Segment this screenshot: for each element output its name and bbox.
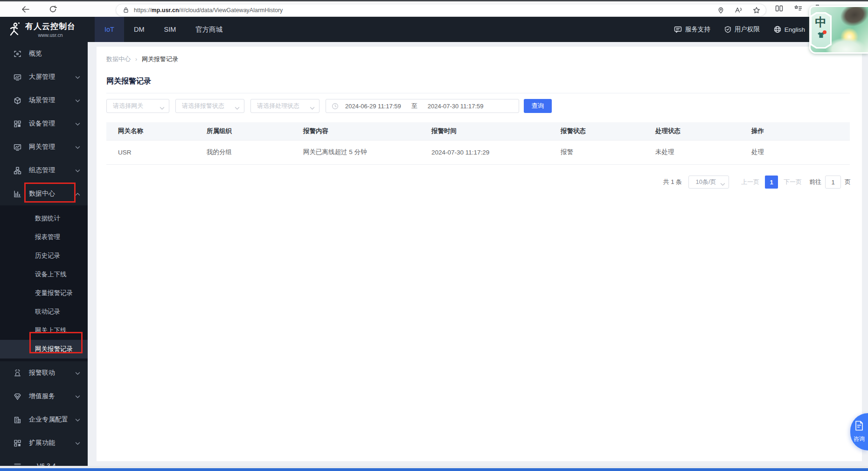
- sidebar-item-history-records[interactable]: 历史记录: [0, 246, 88, 265]
- browser-refresh-icon[interactable]: [46, 3, 60, 15]
- sidebar-item-label: 设备管理: [29, 120, 55, 128]
- goto-page-input[interactable]: [825, 176, 841, 189]
- sidebar-item-label: 扩展功能: [29, 439, 55, 447]
- chevron-down-icon: [75, 393, 80, 400]
- page-size-value: 10条/页: [695, 178, 716, 186]
- prev-page-button[interactable]: 上一页: [741, 178, 759, 186]
- split-screen-icon[interactable]: [775, 5, 783, 12]
- sidebar-item-value-added-service[interactable]: 增值服务: [0, 385, 88, 408]
- chat-icon: [674, 26, 682, 33]
- date-separator: 至: [411, 102, 417, 110]
- column-alarm-content: 报警内容: [292, 122, 420, 140]
- scene-icon: [13, 96, 21, 105]
- language-label: English: [785, 26, 805, 33]
- filter-bar: 请选择网关 请选择报警状态 请选择处理状态 2024-06-29 11:17:5…: [106, 99, 552, 113]
- language-switch-button[interactable]: English: [774, 26, 805, 33]
- taskbar-edge: [0, 468, 868, 471]
- gateway-icon: [13, 143, 21, 151]
- browser-toolbar: https://mp.usr.cn/#/cloud/data/ViewGatew…: [0, 1, 868, 17]
- chevron-up-icon: [75, 190, 80, 197]
- handle-action-link[interactable]: 处理: [740, 140, 850, 164]
- next-page-button[interactable]: 下一页: [784, 178, 802, 186]
- browser-address-bar[interactable]: https://mp.usr.cn/#/cloud/data/ViewGatew…: [116, 4, 766, 16]
- alarm-state-select[interactable]: 请选择报警状态: [175, 99, 244, 113]
- sidebar-item-label: 报警联动: [29, 369, 55, 377]
- user-permission-button[interactable]: 用户权限: [724, 25, 760, 34]
- sidebar-item-data-statistics[interactable]: 数据统计: [0, 209, 88, 228]
- chevron-down-icon: [75, 369, 80, 377]
- configuration-icon: [13, 166, 21, 175]
- app-subtitle: www.usr.cn: [38, 32, 62, 38]
- handle-state-select[interactable]: 请选择处理状态: [250, 99, 319, 113]
- tab-official-mall[interactable]: 官方商城: [186, 17, 232, 42]
- cell-gateway-name: USR: [106, 140, 195, 164]
- tab-dm[interactable]: DM: [124, 17, 154, 42]
- screen: https://mp.usr.cn/#/cloud/data/ViewGatew…: [0, 0, 868, 471]
- gateway-select-placeholder: 请选择网关: [113, 102, 143, 110]
- url-text[interactable]: https://mp.usr.cn/#/cloud/data/ViewGatew…: [134, 7, 717, 14]
- bigscreen-icon: [13, 73, 21, 81]
- clothing-icon: [817, 32, 825, 40]
- sidebar-item-scene[interactable]: 场景管理: [0, 89, 88, 112]
- consult-label: 咨询: [854, 435, 865, 443]
- value-service-icon: [13, 392, 21, 401]
- alarm-link-icon: [13, 369, 21, 377]
- breadcrumb-separator-icon: ›: [135, 56, 137, 63]
- notification-dot: [823, 30, 826, 34]
- sidebar-item-overview[interactable]: 概览: [0, 42, 88, 65]
- mahjong-tile-badge[interactable]: 中: [810, 12, 832, 49]
- page-size-select[interactable]: 10条/页: [688, 176, 729, 189]
- sidebar-item-device[interactable]: 设备管理: [0, 112, 88, 135]
- cell-handle-state: 未处理: [644, 140, 740, 164]
- location-pin-icon[interactable]: [717, 7, 724, 14]
- sidebar-item-configuration[interactable]: 组态管理: [0, 159, 88, 182]
- sidebar-item-label: 组态管理: [29, 166, 55, 175]
- gateway-select[interactable]: 请选择网关: [106, 99, 169, 113]
- sidebar: 概览 大屏管理 场景管理 设备管理 网关管理: [0, 42, 88, 466]
- collections-icon[interactable]: [794, 5, 802, 12]
- user-permission-label: 用户权限: [735, 25, 760, 34]
- tab-sim[interactable]: SIM: [154, 17, 186, 42]
- search-button[interactable]: 查询: [524, 99, 552, 113]
- chevron-down-icon: [75, 143, 80, 151]
- favorite-star-icon[interactable]: [753, 7, 760, 14]
- globe-icon: [774, 26, 781, 33]
- sidebar-item-data-center[interactable]: 数据中心: [0, 182, 88, 205]
- app-logo[interactable]: 有人云控制台 www.usr.cn: [0, 17, 88, 42]
- date-range-picker[interactable]: 2024-06-29 11:17:59 至 2024-07-30 11:17:5…: [326, 99, 519, 113]
- sidebar-item-gateway-alarm-records[interactable]: 网关报警记录: [0, 340, 88, 359]
- chevron-down-icon: [75, 97, 80, 104]
- shield-icon: [724, 26, 731, 33]
- chevron-down-icon: [160, 105, 165, 112]
- column-gateway-name: 网关名称: [106, 122, 195, 140]
- browser-back-icon[interactable]: [19, 3, 33, 15]
- breadcrumb-data-center[interactable]: 数据中心: [106, 55, 131, 63]
- service-support-button[interactable]: 服务支持: [674, 25, 710, 34]
- sidebar-item-device-online-offline[interactable]: 设备上下线: [0, 265, 88, 284]
- sidebar-item-gateway-online-offline[interactable]: 网关上下线: [0, 321, 88, 340]
- sidebar-item-gateway[interactable]: 网关管理: [0, 135, 88, 159]
- sidebar-item-report-management[interactable]: 报表管理: [0, 228, 88, 246]
- app-title: 有人云控制台: [25, 21, 76, 32]
- sidebar-item-alarm-linkage[interactable]: 报警联动: [0, 361, 88, 385]
- sidebar-item-bigscreen[interactable]: 大屏管理: [0, 65, 88, 89]
- sidebar-item-label: 增值服务: [29, 392, 55, 401]
- sidebar-item-extensions[interactable]: 扩展功能: [0, 431, 88, 455]
- service-support-label: 服务支持: [685, 25, 710, 34]
- read-aloud-icon[interactable]: [735, 7, 743, 14]
- sidebar-item-label: 企业专属配置: [29, 415, 68, 424]
- sidebar-item-label: 概览: [29, 49, 42, 58]
- sidebar-item-variable-alarm-records[interactable]: 变量报警记录: [0, 284, 88, 302]
- sidebar-item-label: 场景管理: [29, 96, 55, 105]
- usr-person-logo-icon: [7, 22, 21, 37]
- enterprise-icon: [13, 415, 21, 424]
- current-page-button[interactable]: 1: [765, 176, 778, 189]
- app-navbar: 有人云控制台 www.usr.cn IoT DM SIM 官方商城 服务支持 用…: [0, 17, 868, 42]
- sidebar-item-linkage-records[interactable]: 联动记录: [0, 302, 88, 321]
- tab-iot[interactable]: IoT: [95, 17, 124, 42]
- sidebar-item-enterprise-config[interactable]: 企业专属配置: [0, 408, 88, 431]
- date-start-value[interactable]: 2024-06-29 11:17:59: [345, 103, 401, 110]
- cell-alarm-state: 报警: [549, 140, 644, 164]
- date-end-value[interactable]: 2024-07-30 11:17:59: [428, 103, 484, 110]
- breadcrumb: 数据中心 › 网关报警记录: [106, 55, 178, 63]
